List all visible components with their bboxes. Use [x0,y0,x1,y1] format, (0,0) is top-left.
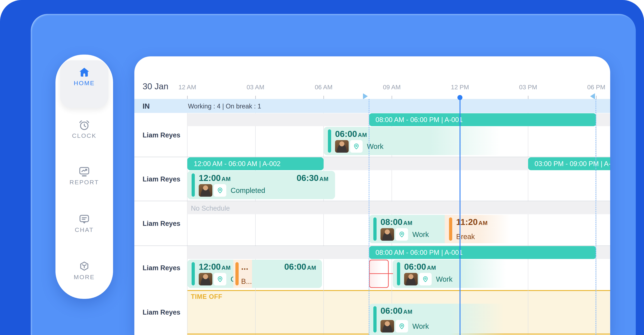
grid-line [528,113,528,335]
employee-name[interactable]: Liam Reyes [142,308,180,316]
time-entry-work[interactable]: 06:00 AM Work [393,260,516,288]
entry-label: B... [241,278,252,286]
schedule-panel: 30 Jan 12 AM 03 AM 06 AM 09 AM 12 PM 03 … [134,56,610,335]
app-window: HOME CLOCK REP [0,0,644,335]
time-entry-completed[interactable]: 12:00 AM 06:30 AM Completed [187,171,335,199]
entry-detail: Break [456,233,475,241]
sidebar-item-label: HOME [56,80,113,86]
time-axis-label: 06 AM [315,84,332,91]
time-axis-label: 03 PM [519,84,537,91]
employee-name[interactable]: Liam Reyes [142,220,180,228]
location-pin-icon [214,273,226,286]
entry-label: Co... [230,275,233,283]
schedule-start-marker-icon [363,93,368,99]
axis-tick [187,96,188,99]
location-pin-icon [396,228,408,241]
avatar [380,320,394,332]
axis-tick [596,96,596,99]
row-separator [134,157,610,157]
entry-label: Work [412,230,429,238]
schedule-bar[interactable]: 08:00 AM - 06:00 PM | A-001 [369,246,596,259]
avatar [199,273,212,286]
sidebar-item-label: MORE [56,274,113,280]
entry-detail: Co... [199,273,233,286]
entry-detail: Work [380,228,429,241]
location-pin-icon [419,273,432,286]
status-row: IN Working : 4 | On break : 1 [134,99,610,113]
sidebar: HOME CLOCK REP [56,54,113,299]
schedule-end-marker-icon [590,93,595,99]
schedule-end-line [596,99,596,335]
schedule-bar[interactable]: 12:00 AM - 06:00 AM | A-002 [187,157,324,170]
time-axis-label: 06 PM [587,84,605,91]
row-separator [134,246,610,246]
entry-detail: Work [404,273,452,286]
entry-accent-bar [373,306,376,332]
entry-accent-bar [449,218,452,241]
entry-end-time: 06:30 AM [296,173,328,183]
axis-tick [324,96,324,99]
avatar [335,140,349,153]
entry-accent-bar [236,262,239,286]
sidebar-item-clock[interactable]: CLOCK [56,119,113,139]
no-schedule-label: No Schedule [191,204,230,212]
schedule-bar[interactable]: 03:00 PM - 09:00 PM | A-003 [528,157,610,170]
date-label[interactable]: 30 Jan [142,82,168,91]
employee-name[interactable]: Liam Reyes [142,264,180,272]
chat-bubble-icon [78,213,90,226]
entry-time: 11:20 AM [456,217,488,227]
location-pin-icon [350,140,362,153]
sidebar-item-report[interactable]: REPORT [56,166,113,186]
sidebar-item-label: CLOCK [56,132,113,139]
axis-tick [528,96,528,99]
alarm-clock-icon [78,119,90,132]
entry-accent-bar [328,130,331,153]
time-entry-work[interactable]: 06:00 AM Work [369,304,516,335]
axis-tick [255,96,256,99]
avatar [404,273,418,286]
entry-time: 12:00 AM [199,262,231,272]
entry-label: Work [412,322,429,330]
axis-tick [392,96,392,99]
grid-line [187,113,188,335]
missed-clock-in-line [369,273,393,274]
grid-line [255,113,256,335]
employee-name[interactable]: Liam Reyes [142,175,180,183]
sidebar-item-chat[interactable]: CHAT [56,213,113,233]
location-pin-icon [396,320,408,332]
sidebar-item-label: CHAT [56,226,113,233]
entry-time: ... [241,262,248,272]
time-axis-label: 12 AM [178,84,196,91]
entry-time: 08:00 AM [380,217,412,227]
schedule-band-empty [187,201,610,214]
avatar [199,184,212,197]
entry-detail: Completed [199,184,265,197]
time-entry-break[interactable]: ... B... [233,260,252,288]
entry-accent-bar [192,262,195,286]
time-entry-work[interactable]: 06:00 AM Work [324,127,516,155]
time-entry-completed-end[interactable]: 06:00 AM [252,260,322,288]
schedule-band-empty [187,246,369,259]
schedule-bar[interactable]: 08:00 AM - 06:00 PM | A-001 [369,113,596,126]
current-time-line [460,99,460,335]
time-entry-work[interactable]: 08:00 AM Work [369,215,445,243]
sidebar-item-home[interactable]: HOME [56,66,113,86]
row-separator [134,201,610,201]
schedule-band-empty [324,157,528,170]
entry-time: 06:00 AM [335,129,367,139]
employee-name[interactable]: Liam Reyes [142,131,180,139]
location-pin-icon [214,184,226,197]
entry-label: Break [456,233,475,241]
status-label: IN [142,102,150,110]
entry-detail: Work [335,140,384,153]
time-entry-completed[interactable]: 12:00 AM Co... [187,260,233,288]
entry-time: 06:00 AM [380,306,412,316]
sidebar-item-more[interactable]: MORE [56,260,113,280]
entry-detail: B... [241,278,252,286]
time-axis-label: 03 AM [246,84,264,91]
schedule-band-empty [596,113,610,126]
entry-time: 06:00 AM [404,262,436,272]
entry-accent-bar [192,174,195,197]
report-monitor-icon [78,166,90,179]
time-entry-break[interactable]: 11:20 AM Break [445,215,520,243]
